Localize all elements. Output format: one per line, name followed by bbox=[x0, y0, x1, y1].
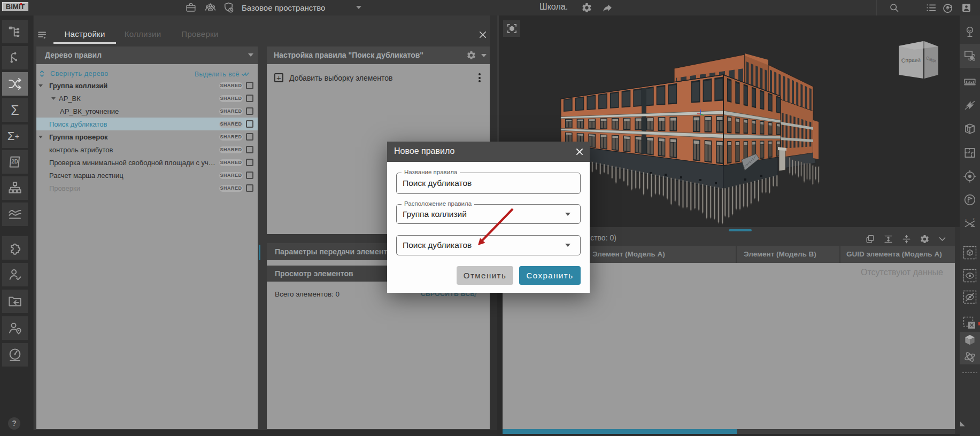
svg-text:1: 1 bbox=[965, 219, 967, 222]
svg-text:2D: 2D bbox=[11, 159, 18, 165]
svg-text:2: 2 bbox=[973, 217, 974, 221]
svg-text:Справа: Справа bbox=[901, 56, 921, 64]
